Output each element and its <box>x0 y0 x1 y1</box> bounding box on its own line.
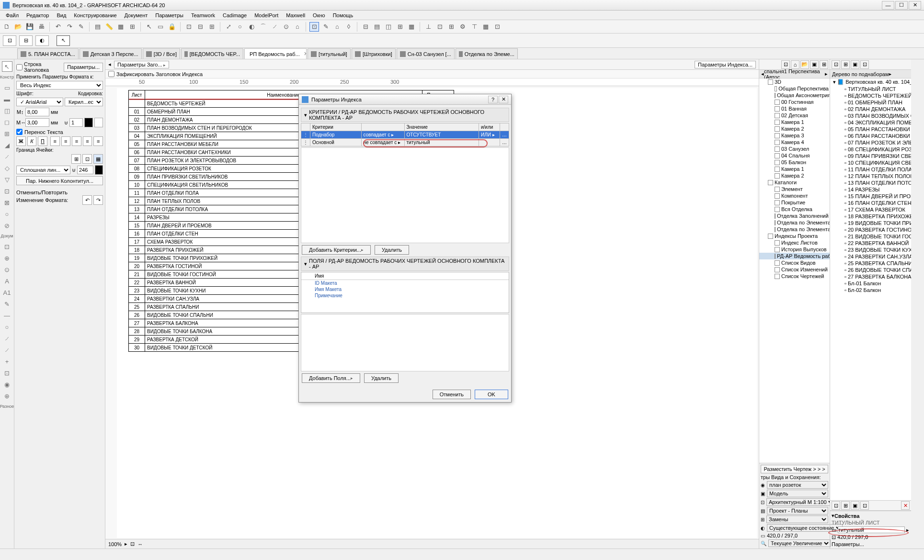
row-number[interactable]: 26 <box>129 311 145 319</box>
tool-icon[interactable]: ✎ <box>321 22 331 32</box>
menu-item[interactable]: Файл <box>2 11 23 19</box>
layout-item[interactable]: ▫ 26 ВИДОВЫЕ ТОЧКИ СПАЛЬНИ <box>830 267 911 273</box>
line-style-select[interactable]: Сплошная лин... <box>16 166 70 174</box>
menu-item[interactable]: Вид <box>53 11 70 19</box>
brush-icon[interactable]: ✎ <box>76 22 86 32</box>
layout-item[interactable]: ▫ 24 РАЗВЕРТКИ САН.УЗЛА <box>830 253 911 260</box>
new-icon[interactable]: 🗋 <box>2 22 11 32</box>
ok-button[interactable]: OK <box>475 390 508 399</box>
tool-icon[interactable]: ◫ <box>2 105 12 116</box>
open-icon[interactable]: 📂 <box>13 22 23 32</box>
row-number[interactable]: 30 <box>129 344 145 352</box>
menu-item[interactable]: Конструирование <box>70 11 120 19</box>
tool-icon[interactable]: A <box>2 276 12 286</box>
delete-criteria-button[interactable]: Удалить <box>375 245 409 255</box>
measure-icon[interactable]: 📏 <box>104 22 114 32</box>
tree-item[interactable]: Индекс Листов <box>759 239 830 246</box>
tool-icon[interactable]: ⟋ <box>2 151 12 162</box>
layout-item[interactable]: ▫ 01 ОБМЕРНЫЙ ПЛАН <box>830 99 911 106</box>
tool-icon[interactable]: ⊘ <box>2 220 12 231</box>
border-icon[interactable]: ⊞ <box>71 154 81 164</box>
tool-icon[interactable]: ⊤ <box>469 22 479 32</box>
row-number[interactable]: 25 <box>129 303 145 311</box>
nav-button[interactable]: ⊡ <box>860 60 869 69</box>
layout-item[interactable]: ▫ Бл-01 Балкон <box>830 280 911 287</box>
tool-icon[interactable]: ◢ <box>2 140 12 150</box>
tree-item[interactable]: История Выпусков <box>759 246 830 253</box>
tree-item[interactable]: Отделка Заполнений Прое <box>759 213 830 219</box>
row-number[interactable]: 24 <box>129 295 145 303</box>
tool-icon[interactable]: ▽ <box>2 174 12 185</box>
tool-icon[interactable]: ⊙ <box>281 22 291 32</box>
nav-dd[interactable]: Архитектурный М 1:100 <box>766 498 835 506</box>
row-number[interactable]: 16 <box>129 230 145 238</box>
tool-icon[interactable]: ◫ <box>384 22 393 32</box>
tree-item[interactable]: 05 Балкон <box>759 159 830 166</box>
tool-icon[interactable]: ◉ <box>2 379 12 390</box>
master-input[interactable] <box>838 526 905 533</box>
tool-icon[interactable]: ⊟ <box>361 22 370 32</box>
align-right-icon[interactable]: ≡ <box>72 136 81 146</box>
line-weight-input[interactable] <box>77 166 93 174</box>
layout-item[interactable]: ▫ 11 ПЛАН ОТДЕЛКИ ПОЛА <box>830 166 911 173</box>
params-button[interactable]: Параметры... <box>64 63 103 72</box>
zoom-value[interactable]: 100% <box>108 541 122 547</box>
tool-icon[interactable]: ⊡ <box>2 368 12 378</box>
footer-params-button[interactable]: Пар. Нижнего Колонтитул... <box>16 176 103 185</box>
far-title[interactable]: Дерево по поднаборам <box>832 71 889 77</box>
tree-item[interactable]: Каталоги <box>759 179 830 186</box>
tool-icon[interactable]: A1 <box>2 287 12 298</box>
params-button[interactable]: Параметры... <box>832 541 910 547</box>
menu-item[interactable]: ModelPort <box>251 11 282 19</box>
tool-icon[interactable]: ⊕ <box>2 253 12 263</box>
undo-icon[interactable]: ↶ <box>82 195 92 205</box>
tree-item[interactable]: 02 Детская <box>759 112 830 119</box>
underline-toggle[interactable]: П <box>38 136 47 146</box>
navigator-tree[interactable]: 3D Общая Перспектива Общая Аксонометрия … <box>759 78 830 463</box>
border-icon[interactable]: ⊡ <box>82 154 92 164</box>
tool-icon[interactable]: ⊡ <box>2 241 12 252</box>
row-number[interactable]: 27 <box>129 319 145 327</box>
tool-icon[interactable]: ⚙ <box>458 22 468 32</box>
tool-icon[interactable]: ○ <box>235 22 245 32</box>
align-center-icon[interactable]: ≡ <box>61 136 71 146</box>
cancel-button[interactable]: Отменить <box>433 390 471 399</box>
layout-tree[interactable]: ▾ 📘 Вертковская кв. 40 кв. 104_2 ▫ ТИТУЛ… <box>830 78 911 500</box>
tool-icon[interactable]: ⌒ <box>258 22 268 32</box>
tool-icon[interactable]: ⟋ <box>270 22 279 32</box>
lock-icon[interactable]: 🔒 <box>167 22 177 32</box>
zoom-icon[interactable]: ▸ <box>125 541 127 547</box>
minimize-button[interactable]: — <box>882 1 894 10</box>
arrow-icon[interactable]: ↖ <box>2 61 12 72</box>
wall-icon[interactable]: ▭ <box>2 82 12 93</box>
layout-item[interactable]: ▫ 13 ПЛАН ОТДЕЛКИ ПОТОЛКА <box>830 179 911 186</box>
tool-icon[interactable]: ⊡ <box>435 22 445 32</box>
layout-item[interactable]: ▫ 06 ПЛАН РАССТАНОВКИ САНТЕ <box>830 133 911 139</box>
nav-dd[interactable]: план розеток <box>767 481 828 489</box>
layout-item[interactable]: ▫ 17 СХЕМА РАЗВЕРТОК <box>830 206 911 213</box>
tree-item[interactable]: Камера 3 <box>759 132 830 139</box>
document-tab[interactable]: Сн-03 Санузел [... <box>397 48 455 59</box>
layout-item[interactable]: ▫ 08 СПЕЦИФИКАЦИЯ РОЗЕТОК <box>830 146 911 153</box>
undo-icon[interactable]: ↶ <box>53 22 63 32</box>
row-number[interactable]: 03 <box>129 124 145 132</box>
tree-item[interactable]: Список Чертежей <box>759 273 830 280</box>
header-dd[interactable]: Параметры Заго... <box>114 61 169 68</box>
row-number[interactable]: 18 <box>129 246 145 254</box>
layout-item[interactable]: ▫ 16 ПЛАН ОТДЕЛКИ СТЕН <box>830 200 911 206</box>
nav-dd[interactable]: Замены <box>766 515 828 523</box>
tool-icon[interactable]: ⊡ <box>184 22 194 32</box>
row-number[interactable]: 02 <box>129 116 145 124</box>
tree-item[interactable]: Камера 4 <box>759 139 830 146</box>
document-tab[interactable]: Отделка по Элеме... <box>456 48 518 59</box>
add-criteria-button[interactable]: Добавить Критерии... <box>302 245 371 255</box>
layout-item[interactable]: ▫ ТИТУЛЬНЫЙ ЛИСТ <box>830 86 911 92</box>
row-number[interactable]: 09 <box>129 173 145 181</box>
nav-button[interactable]: ▣ <box>851 60 859 69</box>
layout-item[interactable]: ▫ 14 РАЗРЕЗЫ <box>830 186 911 193</box>
font-select[interactable]: ✓ ArialArial <box>16 98 63 106</box>
tool-icon[interactable]: ⊙ <box>2 264 12 275</box>
row-number[interactable]: 11 <box>129 189 145 197</box>
fix-header-checkbox[interactable] <box>108 71 114 77</box>
italic-toggle[interactable]: К <box>27 136 37 146</box>
